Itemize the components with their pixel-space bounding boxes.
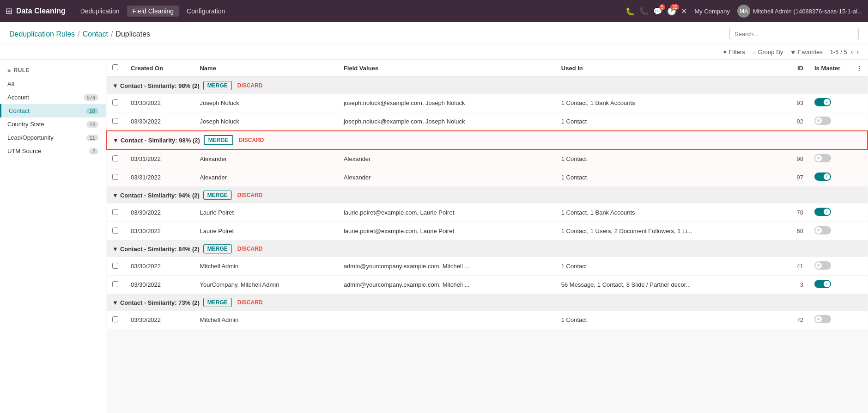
group-label: Contact - Similarity: 73% (2) — [120, 299, 200, 306]
breadcrumb-part-2[interactable]: Contact — [83, 30, 108, 38]
topbar-icons: 🐛 📞 💬5 🕐32 ✕ — [625, 7, 687, 16]
select-all-checkbox[interactable] — [112, 64, 118, 70]
row-checkbox-cell[interactable] — [107, 276, 125, 294]
row-id: 92 — [781, 112, 809, 131]
bug-icon[interactable]: 🐛 — [625, 7, 635, 16]
is-master-toggle[interactable]: ✕ — [814, 154, 831, 162]
discard-button-2[interactable]: DISCARD — [236, 191, 265, 199]
row-used-in: 1 Contact — [556, 257, 781, 276]
row-is-master[interactable]: ✓ — [809, 168, 850, 187]
row-is-master[interactable]: ✕ — [809, 149, 850, 168]
row-created: 03/30/2022 — [125, 203, 194, 222]
hamburger-icon: ≡ — [7, 67, 11, 74]
merge-button-1[interactable]: MERGE — [204, 135, 233, 145]
nav-configuration[interactable]: Configuration — [181, 6, 231, 17]
is-master-toggle[interactable]: ✕ — [814, 315, 831, 323]
row-field-values: joseph.noluck@example.com, Joseph Noluck — [338, 94, 556, 112]
col-field-values[interactable]: Field Values — [338, 60, 556, 77]
row-checkbox[interactable] — [112, 209, 118, 215]
select-all-header[interactable] — [107, 60, 125, 77]
group-collapse-icon[interactable]: ▼ — [112, 192, 118, 199]
col-used-in[interactable]: Used In — [556, 60, 781, 77]
row-checkbox-cell[interactable] — [107, 149, 125, 168]
row-checkbox[interactable] — [112, 281, 118, 287]
nav-field-cleaning[interactable]: Field Cleaning — [127, 6, 180, 17]
col-id[interactable]: ID — [781, 60, 809, 77]
row-checkbox[interactable] — [112, 99, 118, 105]
user-menu[interactable]: MA Mitchell Admin (14088376-saas-15-1-al… — [737, 5, 862, 18]
merge-button-3[interactable]: MERGE — [203, 244, 232, 253]
is-master-toggle[interactable]: ✕ — [814, 226, 831, 234]
is-master-toggle[interactable]: ✓ — [814, 280, 831, 288]
sidebar-item-account[interactable]: Account 574 — [0, 91, 106, 104]
row-checkbox[interactable] — [112, 118, 118, 124]
row-checkbox-cell[interactable] — [107, 222, 125, 240]
col-created-on[interactable]: Created On — [125, 60, 194, 77]
row-checkbox-cell[interactable] — [107, 94, 125, 112]
row-is-master[interactable]: ✕ — [809, 257, 850, 276]
sidebar-item-lead-opportunity[interactable]: Lead/Opportunity 11 — [0, 131, 106, 144]
row-checkbox-cell[interactable] — [107, 203, 125, 222]
merge-button-2[interactable]: MERGE — [203, 191, 232, 200]
merge-button-4[interactable]: MERGE — [203, 298, 232, 307]
search-input[interactable] — [729, 28, 859, 40]
discard-button-3[interactable]: DISCARD — [236, 245, 265, 253]
groupby-button[interactable]: ≡ Group By — [753, 49, 783, 55]
row-is-master[interactable]: ✕ — [809, 222, 850, 240]
company-name[interactable]: My Company — [694, 8, 730, 15]
row-used-in: 1 Contact — [556, 112, 781, 131]
nav-deduplication[interactable]: Deduplication — [75, 6, 125, 17]
row-checkbox[interactable] — [112, 228, 118, 234]
col-is-master[interactable]: Is Master — [809, 60, 850, 77]
col-name[interactable]: Name — [194, 60, 338, 77]
row-menu — [850, 168, 868, 187]
row-id: 72 — [781, 311, 809, 329]
prev-page-button[interactable]: ‹ — [851, 48, 853, 55]
row-checkbox-cell[interactable] — [107, 257, 125, 276]
group-collapse-icon[interactable]: ▼ — [112, 299, 118, 306]
chat-icon[interactable]: 💬5 — [653, 7, 662, 16]
sidebar-item-country-state[interactable]: Country State 14 — [0, 117, 106, 131]
next-page-button[interactable]: › — [856, 48, 859, 55]
is-master-toggle[interactable]: ✕ — [814, 117, 831, 125]
discard-button-4[interactable]: DISCARD — [236, 298, 265, 307]
is-master-toggle[interactable]: ✕ — [814, 261, 831, 270]
clock-icon[interactable]: 🕐32 — [667, 7, 676, 16]
row-id: 41 — [781, 257, 809, 276]
close-icon[interactable]: ✕ — [681, 7, 687, 16]
favorites-button[interactable]: ★ Favorites — [790, 49, 822, 55]
row-name: Mitchell Admin — [194, 311, 338, 329]
breadcrumb-part-1[interactable]: Deduplication Rules — [9, 30, 75, 38]
sidebar-item-all[interactable]: All — [0, 77, 106, 91]
row-checkbox-cell[interactable] — [107, 311, 125, 329]
sidebar-item-utm-source[interactable]: UTM Source 2 — [0, 144, 106, 158]
group-collapse-icon[interactable]: ▼ — [113, 137, 119, 144]
row-is-master[interactable]: ✓ — [809, 94, 850, 112]
phone-icon[interactable]: 📞 — [639, 7, 649, 16]
row-checkbox[interactable] — [112, 174, 118, 180]
is-master-toggle[interactable]: ✓ — [814, 98, 831, 106]
row-checkbox-cell[interactable] — [107, 168, 125, 187]
row-is-master[interactable]: ✓ — [809, 203, 850, 222]
row-checkbox-cell[interactable] — [107, 112, 125, 131]
group-collapse-icon[interactable]: ▼ — [112, 82, 118, 89]
is-master-toggle[interactable]: ✓ — [814, 173, 831, 181]
row-checkbox[interactable] — [112, 316, 118, 322]
sidebar-item-contact[interactable]: Contact 10 — [0, 104, 106, 117]
table-header-row: Created On Name Field Values Used In ID … — [107, 60, 868, 77]
breadcrumb-bar: Deduplication Rules / Contact / Duplicat… — [0, 22, 868, 44]
apps-menu-icon[interactable]: ⊞ — [6, 6, 12, 16]
filters-button[interactable]: ▾ Filters — [723, 49, 745, 55]
discard-button-0[interactable]: DISCARD — [236, 81, 265, 90]
sidebar-count-lead: 11 — [86, 135, 98, 141]
is-master-toggle[interactable]: ✓ — [814, 208, 831, 216]
merge-button-0[interactable]: MERGE — [203, 81, 232, 90]
discard-button-1[interactable]: DISCARD — [237, 136, 266, 144]
row-is-master[interactable]: ✕ — [809, 112, 850, 131]
group-collapse-icon[interactable]: ▼ — [112, 246, 118, 253]
row-is-master[interactable]: ✓ — [809, 276, 850, 294]
row-is-master[interactable]: ✕ — [809, 311, 850, 329]
row-used-in: 1 Contact, 1 Users, 2 Document Followers… — [556, 222, 781, 240]
row-checkbox[interactable] — [112, 263, 118, 269]
row-checkbox[interactable] — [112, 155, 118, 161]
